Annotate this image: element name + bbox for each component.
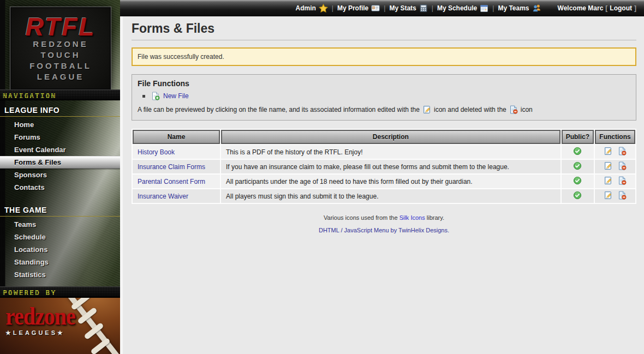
football-lace <box>77 307 98 325</box>
topbar-item-label: My Teams <box>498 4 529 12</box>
credit-text: Various icons used from the <box>324 214 398 221</box>
file-name-cell: Insurance Waiver <box>133 189 220 203</box>
credit-text: library. <box>427 214 444 221</box>
sidebar-item-forums[interactable]: Forums <box>0 131 120 143</box>
file-public-cell <box>562 189 594 203</box>
file-name-link[interactable]: Insurance Waiver <box>138 193 188 200</box>
delete-file-button[interactable] <box>615 194 629 201</box>
file-name-cell: Insurance Claim Forms <box>133 160 220 173</box>
sidebar-item-home[interactable]: Home <box>0 118 120 131</box>
logout-link[interactable]: Logout <box>610 4 632 12</box>
navigation-banner: NAVIGATION <box>0 89 120 100</box>
sidebar-item-contacts[interactable]: Contacts <box>0 181 120 194</box>
accept-icon <box>573 176 582 185</box>
sidebar-item-forms-files[interactable]: Forms & Files <box>0 156 120 169</box>
redzone-leagues-logo: redzone ★LEAGUES★ <box>0 297 120 354</box>
page-delete-icon <box>618 191 627 200</box>
page-edit-icon <box>604 161 612 170</box>
sidebar: RTFL REDZONE TOUCH FOOTBALL LEAGUE NAVIG… <box>0 0 120 354</box>
column-header-functions: Functions <box>595 130 635 144</box>
file-public-cell <box>562 160 594 173</box>
sidebar-section-the-game: THE GAMETeamsScheduleLocationsStandingsS… <box>0 201 120 281</box>
league-logo-line: REDZONE <box>33 39 88 50</box>
icons-credit: Various icons used from the Silk Icons l… <box>132 212 636 224</box>
topbar-item-admin[interactable]: Admin <box>295 4 327 13</box>
silk-icons-link[interactable]: Silk Icons <box>399 214 425 221</box>
file-functions-cell <box>595 189 635 203</box>
football-lace <box>90 338 111 354</box>
edit-file-button[interactable] <box>601 179 615 187</box>
sidebar-item-standings[interactable]: Standings <box>0 256 120 268</box>
delete-file-button[interactable] <box>615 164 629 172</box>
league-logo-line: TOUCH <box>40 50 80 61</box>
topbar-item-my-stats[interactable]: My Stats <box>389 4 427 13</box>
separator: | <box>332 4 333 12</box>
file-name-link[interactable]: Parental Consent Form <box>138 178 205 185</box>
new-file-link[interactable]: New File <box>163 92 189 100</box>
sidebar-item-event-calendar[interactable]: Event Calendar <box>0 143 120 156</box>
welcome-user-label: Welcome Marc <box>558 4 604 12</box>
accept-icon <box>573 191 582 200</box>
edit-file-button[interactable] <box>601 194 615 201</box>
file-public-cell <box>562 175 594 188</box>
file-public-cell <box>562 145 594 159</box>
sidebar-section-title: LEAGUE INFO <box>0 101 120 117</box>
twinhelix-menu-link[interactable]: DHTML / JavaScript Menu <box>319 227 389 233</box>
file-functions-cell <box>595 145 635 159</box>
credit-text: by TwinHelix Designs. <box>391 227 449 233</box>
file-name-link[interactable]: Insurance Claim Forms <box>138 163 205 171</box>
topbar-item-label: My Profile <box>337 4 368 12</box>
separator: | <box>492 4 494 12</box>
file-functions-cell <box>595 160 635 173</box>
redzone-logo-text: redzone <box>5 304 75 328</box>
logout-bracket: [ <box>605 4 607 12</box>
file-description-cell: All players must sign this and submit it… <box>221 189 560 203</box>
help-text: icon and deleted with the <box>434 106 506 113</box>
sidebar-item-locations[interactable]: Locations <box>0 243 120 256</box>
logout-bracket: ] <box>634 4 636 12</box>
file-name-link[interactable]: History Book <box>138 148 175 156</box>
edit-file-button[interactable] <box>601 149 615 157</box>
group-icon <box>532 4 541 13</box>
sidebar-item-schedule[interactable]: Schedule <box>0 231 120 243</box>
title-divider <box>132 40 636 40</box>
file-functions-cell <box>595 175 635 188</box>
menu-credit: DHTML / JavaScript Menu by TwinHelix Des… <box>132 224 636 237</box>
delete-file-button[interactable] <box>615 179 629 187</box>
separator: | <box>432 4 433 12</box>
topbar-item-my-schedule[interactable]: My Schedule <box>437 4 488 13</box>
calendar-icon <box>480 4 488 13</box>
topbar-item-my-profile[interactable]: My Profile <box>337 4 380 13</box>
page-delete-icon <box>618 147 627 155</box>
column-header-public: Public? <box>562 130 594 144</box>
topbar: Admin|My Profile|My Stats|My Schedule|My… <box>120 0 644 16</box>
league-logo-line: FOOTBALL <box>29 61 92 71</box>
star-icon <box>319 4 328 13</box>
file-functions-panel: File Functions New File A file can be pr… <box>132 74 636 121</box>
file-description-cell: All participants under the age of 18 nee… <box>221 175 560 188</box>
sidebar-item-teams[interactable]: Teams <box>0 218 120 231</box>
page-edit-icon <box>422 105 431 114</box>
sidebar-item-statistics[interactable]: Statistics <box>0 268 120 281</box>
delete-file-button[interactable] <box>615 149 629 157</box>
league-logo-line: LEAGUE <box>37 71 85 82</box>
edit-file-button[interactable] <box>601 164 615 172</box>
files-table: Name Description Public? Functions Histo… <box>132 129 636 204</box>
column-header-description: Description <box>221 130 560 144</box>
page-delete-icon <box>509 105 518 114</box>
vcard-icon <box>371 4 380 13</box>
file-functions-title: File Functions <box>138 79 630 88</box>
topbar-item-label: Admin <box>295 4 315 12</box>
accept-icon <box>573 147 582 155</box>
page-delete-icon <box>618 176 627 185</box>
sidebar-nav: LEAGUE INFOHomeForumsEvent CalendarForms… <box>0 100 120 286</box>
table-row: Insurance Claim FormsIf you have an insu… <box>133 160 635 173</box>
sidebar-item-sponsors[interactable]: Sponsors <box>0 169 120 181</box>
topbar-item-label: My Stats <box>389 4 416 12</box>
help-text: icon <box>521 106 533 113</box>
topbar-item-my-teams[interactable]: My Teams <box>498 4 541 13</box>
page-footer: Various icons used from the Silk Icons l… <box>132 212 636 237</box>
accept-icon <box>573 161 582 170</box>
table-row: History BookThis is a PDF of the history… <box>133 145 635 159</box>
sidebar-section-league-info: LEAGUE INFOHomeForumsEvent CalendarForms… <box>0 101 120 194</box>
